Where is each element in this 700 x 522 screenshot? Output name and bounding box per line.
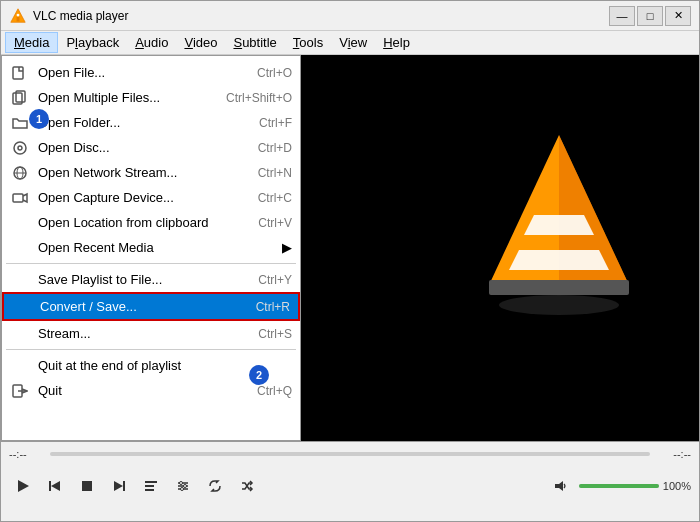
menu-open-multiple[interactable]: Open Multiple Files... Ctrl+Shift+O bbox=[2, 85, 300, 110]
badge-1: 1 bbox=[29, 109, 49, 129]
volume-fill bbox=[579, 484, 659, 488]
menu-video-label: Video bbox=[184, 35, 217, 50]
prev-button[interactable] bbox=[41, 472, 69, 500]
open-folder-label: Open Folder... bbox=[38, 115, 219, 130]
play-button[interactable] bbox=[9, 472, 37, 500]
menu-view[interactable]: View bbox=[331, 33, 375, 52]
open-multiple-label: Open Multiple Files... bbox=[38, 90, 186, 105]
app-icon bbox=[9, 7, 27, 25]
volume-icon[interactable] bbox=[547, 472, 575, 500]
menu-media[interactable]: Media bbox=[5, 32, 58, 53]
svg-rect-28 bbox=[145, 489, 154, 491]
window-controls: — □ ✕ bbox=[609, 6, 691, 26]
close-button[interactable]: ✕ bbox=[665, 6, 691, 26]
shuffle-button[interactable] bbox=[233, 472, 261, 500]
svg-point-3 bbox=[499, 295, 619, 315]
svg-rect-1 bbox=[17, 16, 20, 21]
open-capture-label: Open Capture Device... bbox=[38, 190, 218, 205]
submenu-arrow: ▶ bbox=[282, 240, 292, 255]
save-playlist-shortcut: Ctrl+Y bbox=[258, 273, 292, 287]
stream-label: Stream... bbox=[38, 326, 218, 341]
menu-convert-save[interactable]: Convert / Save... Ctrl+R bbox=[2, 292, 300, 321]
loop-button[interactable] bbox=[201, 472, 229, 500]
svg-point-2 bbox=[17, 13, 20, 16]
open-folder-shortcut: Ctrl+F bbox=[259, 116, 292, 130]
open-location-label: Open Location from clipboard bbox=[38, 215, 218, 230]
maximize-button[interactable]: □ bbox=[637, 6, 663, 26]
extended-button[interactable] bbox=[169, 472, 197, 500]
time-bar: --:-- --:-- bbox=[1, 442, 699, 466]
menu-bar: Media Playback Audio Video Subtitle Tool… bbox=[1, 31, 699, 55]
open-capture-shortcut: Ctrl+C bbox=[258, 191, 292, 205]
save-playlist-label: Save Playlist to File... bbox=[38, 272, 218, 287]
svg-point-34 bbox=[181, 488, 184, 491]
minimize-button[interactable]: — bbox=[609, 6, 635, 26]
open-capture-icon bbox=[10, 190, 30, 206]
svg-rect-23 bbox=[82, 481, 92, 491]
main-window: VLC media player — □ ✕ Media Playback Au… bbox=[0, 0, 700, 522]
toggle-playlist-button[interactable] bbox=[137, 472, 165, 500]
progress-bar[interactable] bbox=[50, 452, 650, 456]
menu-audio[interactable]: Audio bbox=[127, 33, 176, 52]
stop-button[interactable] bbox=[73, 472, 101, 500]
menu-help-label: Help bbox=[383, 35, 410, 50]
volume-label: 100% bbox=[663, 480, 691, 492]
open-location-shortcut: Ctrl+V bbox=[258, 216, 292, 230]
open-file-icon bbox=[10, 65, 30, 81]
bottom-bar: --:-- --:-- bbox=[1, 441, 699, 521]
open-network-shortcut: Ctrl+N bbox=[258, 166, 292, 180]
menu-help[interactable]: Help bbox=[375, 33, 418, 52]
svg-point-33 bbox=[184, 485, 187, 488]
svg-marker-20 bbox=[18, 480, 29, 492]
next-button[interactable] bbox=[105, 472, 133, 500]
menu-tools[interactable]: Tools bbox=[285, 33, 331, 52]
menu-playback[interactable]: Playback bbox=[58, 33, 127, 52]
svg-point-13 bbox=[18, 146, 22, 150]
stream-shortcut: Ctrl+S bbox=[258, 327, 292, 341]
svg-rect-26 bbox=[145, 481, 157, 483]
svg-marker-21 bbox=[51, 481, 60, 491]
svg-marker-24 bbox=[114, 481, 123, 491]
menu-stream[interactable]: Stream... Ctrl+S bbox=[2, 321, 300, 346]
menu-playback-label: Playback bbox=[66, 35, 119, 50]
open-recent-label: Open Recent Media bbox=[38, 240, 272, 255]
open-folder-icon bbox=[10, 115, 30, 131]
quit-shortcut: Ctrl+Q bbox=[257, 384, 292, 398]
volume-bar: 100% bbox=[579, 480, 691, 492]
window-title: VLC media player bbox=[33, 9, 609, 23]
menu-open-network[interactable]: Open Network Stream... Ctrl+N bbox=[2, 160, 300, 185]
menu-view-label: View bbox=[339, 35, 367, 50]
open-file-shortcut: Ctrl+O bbox=[257, 66, 292, 80]
badge-2: 2 bbox=[249, 365, 269, 385]
menu-subtitle[interactable]: Subtitle bbox=[225, 33, 284, 52]
menu-subtitle-label: Subtitle bbox=[233, 35, 276, 50]
menu-open-disc[interactable]: Open Disc... Ctrl+D bbox=[2, 135, 300, 160]
svg-point-12 bbox=[14, 142, 26, 154]
convert-save-shortcut: Ctrl+R bbox=[256, 300, 290, 314]
convert-save-label: Convert / Save... bbox=[40, 299, 216, 314]
menu-save-playlist[interactable]: Save Playlist to File... Ctrl+Y bbox=[2, 267, 300, 292]
menu-open-capture[interactable]: Open Capture Device... Ctrl+C bbox=[2, 185, 300, 210]
time-elapsed: --:-- bbox=[9, 448, 44, 460]
menu-open-recent[interactable]: Open Recent Media ▶ bbox=[2, 235, 300, 260]
open-multiple-shortcut: Ctrl+Shift+O bbox=[226, 91, 292, 105]
open-network-label: Open Network Stream... bbox=[38, 165, 218, 180]
svg-marker-7 bbox=[509, 250, 609, 270]
volume-track[interactable] bbox=[579, 484, 659, 488]
menu-open-location[interactable]: Open Location from clipboard Ctrl+V bbox=[2, 210, 300, 235]
separator-1 bbox=[6, 263, 296, 264]
menu-audio-label: Audio bbox=[135, 35, 168, 50]
menu-tools-label: Tools bbox=[293, 35, 323, 50]
svg-marker-6 bbox=[524, 215, 594, 235]
main-content: Open File... Ctrl+O Open Multiple Files.… bbox=[1, 55, 699, 441]
separator-2 bbox=[6, 349, 296, 350]
menu-video[interactable]: Video bbox=[176, 33, 225, 52]
svg-rect-8 bbox=[489, 280, 629, 295]
open-network-icon bbox=[10, 165, 30, 181]
menu-media-label: Media bbox=[14, 35, 49, 50]
svg-marker-35 bbox=[555, 481, 563, 491]
quit-end-label: Quit at the end of playlist bbox=[38, 358, 252, 373]
vlc-cone bbox=[479, 115, 639, 318]
menu-open-file[interactable]: Open File... Ctrl+O bbox=[2, 60, 300, 85]
svg-rect-27 bbox=[145, 485, 154, 487]
